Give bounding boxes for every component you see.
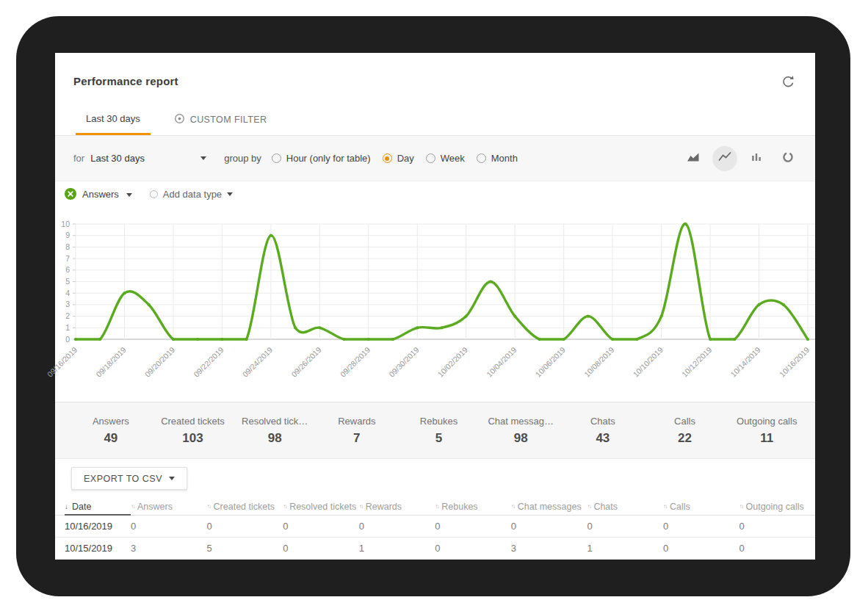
- column-header-label: Date: [72, 502, 91, 512]
- column-header-label: Created tickets: [214, 502, 275, 512]
- data-point: [391, 338, 394, 341]
- radio-week[interactable]: Week: [426, 153, 465, 164]
- chart-type-button-area-chart[interactable]: [681, 146, 706, 171]
- data-point: [148, 303, 151, 306]
- chevron-down-icon: [169, 477, 175, 480]
- cell-date: 10/15/2019: [55, 543, 131, 554]
- summary-stat-label: Outgoing calls: [726, 416, 808, 427]
- radio-label: Month: [491, 153, 518, 164]
- summary-stat: Calls22: [644, 416, 726, 446]
- sort-icon: ↑↓: [359, 503, 363, 510]
- y-tick-label: 4: [65, 289, 70, 297]
- x-tick-label: 09/20/2019: [143, 345, 177, 379]
- cell-value: 5: [207, 543, 283, 554]
- donut-chart-icon: [781, 151, 795, 166]
- cell-value: 0: [663, 543, 739, 554]
- x-tick-label: 09/16/2019: [46, 345, 79, 379]
- add-data-type-button[interactable]: Add data type: [150, 189, 233, 200]
- column-header-date[interactable]: ↓Date: [65, 498, 131, 516]
- table-row: 10/15/2019350103100: [55, 538, 815, 560]
- y-tick-label: 9: [65, 231, 70, 239]
- column-header[interactable]: ↑↓Answers: [131, 502, 207, 512]
- column-header[interactable]: ↑↓Outgoing calls: [739, 502, 816, 512]
- tab-custom-filter[interactable]: CUSTOM FILTER: [164, 104, 278, 135]
- cell-value: 0: [207, 521, 283, 532]
- summary-stat-value: 22: [644, 431, 726, 446]
- radio-icon: [477, 153, 486, 163]
- circle-x-icon[interactable]: [65, 188, 76, 200]
- summary-stat-label: Calls: [644, 416, 726, 427]
- data-point: [684, 223, 687, 225]
- x-tick-label: 09/24/2019: [241, 345, 275, 379]
- radio-month[interactable]: Month: [477, 153, 518, 164]
- cell-value: 0: [511, 521, 587, 532]
- chart-area: 01234567891009/16/201909/18/201909/20/20…: [55, 206, 815, 402]
- data-point: [440, 326, 443, 329]
- column-header[interactable]: ↑↓Chat messages: [511, 502, 587, 512]
- cell-value: 0: [739, 543, 816, 554]
- summary-stat: Created tickets103: [152, 416, 234, 446]
- group-by-radios: Hour (only for table)DayWeekMonth: [272, 153, 518, 164]
- radio-icon: [383, 153, 392, 163]
- radio-hour-only-for-table[interactable]: Hour (only for table): [272, 153, 371, 164]
- summary-stat-label: Rebukes: [398, 416, 480, 427]
- refresh-icon[interactable]: [780, 73, 796, 90]
- summary-stat-value: 43: [562, 431, 644, 446]
- column-header[interactable]: ↑↓Created tickets: [207, 502, 283, 512]
- x-tick-label: 10/12/2019: [680, 345, 714, 379]
- sort-desc-icon: ↓: [65, 502, 68, 510]
- area-chart-icon: [687, 151, 700, 166]
- sort-icon: ↑↓: [131, 503, 134, 510]
- data-point: [782, 303, 785, 306]
- column-header[interactable]: ↑↓Calls: [663, 502, 739, 512]
- sort-icon: ↑↓: [435, 503, 438, 510]
- sort-icon: ↑↓: [207, 503, 211, 510]
- table-header-row: ↓Date↑↓Answers↑↓Created tickets↑↓Resolve…: [55, 498, 815, 516]
- radio-day[interactable]: Day: [383, 153, 414, 164]
- summary-stat-value: 98: [234, 431, 316, 446]
- column-header[interactable]: ↑↓Rebukes: [435, 502, 511, 512]
- x-tick-label: 10/08/2019: [582, 345, 616, 379]
- y-tick-label: 7: [65, 254, 70, 263]
- summary-stat-value: 5: [398, 431, 480, 446]
- series-label: Answers: [82, 189, 119, 200]
- group-by-label: group by: [224, 153, 261, 164]
- summary-stat-value: 7: [316, 431, 398, 446]
- report-table: ↓Date↑↓Answers↑↓Created tickets↑↓Resolve…: [55, 498, 815, 560]
- data-point: [635, 338, 638, 341]
- cell-date: 10/16/2019: [55, 521, 131, 532]
- x-tick-label: 09/28/2019: [339, 345, 372, 379]
- cell-value: 0: [283, 521, 359, 532]
- chart-type-button-bar-chart[interactable]: [744, 146, 769, 171]
- chart-type-button-line-chart[interactable]: [712, 146, 737, 171]
- y-tick-label: 6: [65, 265, 70, 274]
- column-header[interactable]: ↑↓Rewards: [359, 502, 435, 512]
- column-header-label: Rewards: [366, 502, 402, 512]
- sort-icon: ↑↓: [283, 503, 286, 510]
- for-label: for: [73, 153, 84, 164]
- page-title: Performance report: [73, 75, 178, 87]
- column-header[interactable]: ↑↓Resolved tickets: [283, 502, 359, 512]
- chevron-down-icon[interactable]: [126, 193, 132, 197]
- chart-type-buttons: [681, 146, 800, 171]
- card-header: Performance report: [55, 53, 815, 104]
- radio-label: Week: [441, 153, 465, 164]
- column-header[interactable]: ↑↓Chats: [587, 502, 663, 512]
- data-point: [196, 338, 199, 341]
- chevron-down-icon: [227, 192, 233, 196]
- date-range-select[interactable]: Last 30 days: [90, 153, 206, 164]
- export-to-csv-button[interactable]: EXPORT TO CSV: [71, 467, 187, 490]
- export-row: EXPORT TO CSV: [55, 459, 815, 498]
- y-tick-label: 8: [65, 242, 70, 251]
- summary-stats-band: Answers49Created tickets103Resolved tick…: [55, 402, 815, 459]
- chart-type-button-donut-chart[interactable]: [775, 146, 800, 171]
- radio-icon: [272, 153, 281, 163]
- column-header-label: Chat messages: [518, 502, 582, 512]
- x-tick-label: 10/16/2019: [778, 345, 811, 379]
- tab-last-30-days[interactable]: Last 30 days: [76, 104, 151, 135]
- summary-stat-label: Resolved tick…: [234, 416, 316, 427]
- data-point: [513, 315, 516, 318]
- data-point: [757, 303, 760, 306]
- cell-value: 0: [435, 543, 511, 554]
- column-header-label: Rebukes: [441, 502, 477, 512]
